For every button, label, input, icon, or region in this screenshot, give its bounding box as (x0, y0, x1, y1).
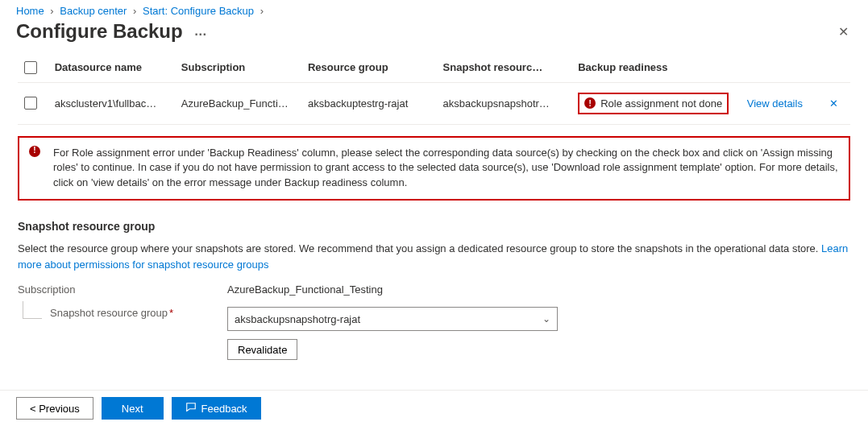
role-assignment-info: ! For Role assignment error under 'Backu… (18, 136, 850, 201)
col-snapshot-rg: Snapshot resourc… (437, 54, 572, 82)
snapshot-rg-label: Snapshot resource group (50, 307, 168, 319)
footer-bar: < Previous Next Feedback (0, 390, 868, 426)
chevron-down-icon: ⌄ (542, 313, 550, 325)
col-readiness: Backup readiness (571, 54, 741, 82)
chevron-right-icon: › (260, 5, 264, 17)
breadcrumb-item[interactable]: Start: Configure Backup (143, 5, 254, 17)
col-resource-group: Resource group (301, 54, 437, 82)
snapshot-section-title: Snapshot resource group (18, 220, 850, 233)
error-icon: ! (29, 146, 40, 157)
table-row: aksclusterv1\fullbac… AzureBackup_Functi… (18, 82, 850, 124)
cell-subscription: AzureBackup_Functi… (175, 82, 301, 124)
breadcrumb-item[interactable]: Backup center (60, 5, 127, 17)
info-text: For Role assignment error under 'Backup … (53, 146, 839, 192)
breadcrumb-item[interactable]: Home (16, 5, 44, 17)
chevron-right-icon: › (133, 5, 136, 17)
feedback-icon (185, 402, 197, 416)
cell-datasource: aksclusterv1\fullbac… (48, 82, 175, 124)
next-button[interactable]: Next (102, 397, 164, 420)
previous-button[interactable]: < Previous (16, 397, 93, 420)
select-all-checkbox[interactable] (24, 61, 37, 74)
main-content: Datasource name Subscription Resource gr… (0, 49, 868, 363)
col-subscription: Subscription (175, 54, 301, 82)
chevron-right-icon: › (50, 5, 53, 17)
page-title: Configure Backup … (16, 20, 208, 43)
more-icon[interactable]: … (194, 24, 208, 39)
cell-snapshot-rg: aksbackupsnapshotr… (437, 82, 572, 124)
snapshot-section-desc: Select the resource group where your sna… (18, 241, 850, 272)
revalidate-button[interactable]: Revalidate (227, 339, 297, 360)
subscription-value: AzureBackup_Functional_Testing (227, 283, 850, 296)
required-icon: * (169, 307, 173, 319)
view-details-link[interactable]: View details (747, 97, 803, 110)
readiness-status: ! Role assignment not done (578, 93, 729, 114)
row-checkbox[interactable] (24, 97, 37, 110)
col-datasource: Datasource name (48, 54, 175, 82)
datasource-table: Datasource name Subscription Resource gr… (18, 54, 850, 125)
breadcrumb: Home › Backup center › Start: Configure … (0, 0, 868, 17)
select-value: aksbackupsnapshotrg-rajat (235, 313, 360, 325)
error-icon: ! (584, 97, 596, 109)
tree-indent-icon (23, 301, 42, 319)
remove-row-button[interactable]: ✕ (816, 82, 850, 124)
feedback-button[interactable]: Feedback (172, 397, 261, 420)
cell-resource-group: aksbackuptestrg-rajat (301, 82, 437, 124)
snapshot-rg-select[interactable]: aksbackupsnapshotrg-rajat ⌄ (227, 307, 558, 331)
close-button[interactable]: ✕ (835, 21, 852, 43)
subscription-label: Subscription (18, 283, 227, 296)
